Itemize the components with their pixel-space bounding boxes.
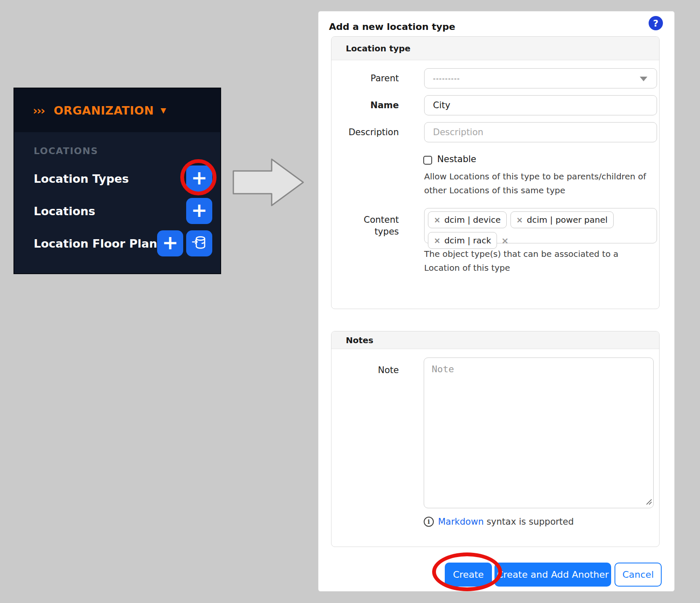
help-icon[interactable]: ? [649,16,663,30]
description-field[interactable] [424,122,657,142]
clear-selection-icon[interactable]: × [501,236,509,246]
tag-label: dcim | power panel [527,215,608,225]
flow-arrow-icon [232,157,305,210]
create-and-add-another-button[interactable]: Create and Add Another [494,563,611,587]
chevron-down-icon [640,77,647,81]
red-circle-annotation [432,552,502,591]
content-type-tag: × dcim | device [428,211,507,228]
content-type-tag: × dcim | power panel [510,211,614,228]
database-import-icon [192,235,207,252]
nestable-label: Nestable [437,154,476,164]
content-types-label: Content types [338,214,399,237]
remove-tag-icon[interactable]: × [434,236,441,245]
import-location-floor-plans-button[interactable] [186,230,212,256]
cancel-button[interactable]: Cancel [615,563,662,587]
note-label: Note [338,364,399,376]
sidebar-title: ORGANIZATION [53,104,154,117]
page-title: Add a new location type [329,21,455,32]
name-label: Name [338,99,399,111]
location-type-panel-title: Location type [331,37,659,60]
nestable-checkbox[interactable] [423,156,432,165]
location-type-panel: Location type Parent --------- Name Desc… [331,36,660,309]
plus-icon: + [191,200,208,220]
note-textarea[interactable] [424,358,654,508]
chevrons-icon: ››› [33,104,44,117]
content-type-tag: × dcim | rack [428,232,497,249]
parent-select[interactable]: --------- [424,68,657,88]
sidebar-item-location-floor-plans[interactable]: Location Floor Plans [34,237,164,250]
parent-select-value: --------- [433,74,460,83]
notes-panel: Notes Note i Markdown syntax is supporte… [331,331,660,547]
markdown-help-text: syntax is supported [486,517,574,527]
tag-label: dcim | device [444,215,501,225]
description-label: Description [338,126,399,138]
locations-section-label: LOCATIONS [34,146,98,156]
plus-icon: + [162,233,179,252]
tag-label: dcim | rack [444,235,491,245]
add-location-type-form: Add a new location type ? Location type … [318,11,675,592]
red-circle-annotation [180,159,216,195]
caret-down-icon: ▼ [160,106,166,115]
nestable-help-text: Allow Locations of this type to be paren… [424,170,657,197]
markdown-help-row: i Markdown syntax is supported [424,517,574,527]
remove-tag-icon[interactable]: × [516,215,523,224]
parent-label: Parent [338,72,399,84]
info-icon: i [424,517,434,527]
add-location-floor-plan-button[interactable]: + [157,230,183,256]
sidebar-item-location-types[interactable]: Location Types [34,172,129,185]
remove-tag-icon[interactable]: × [434,215,441,224]
name-field[interactable] [424,95,657,115]
markdown-link[interactable]: Markdown [438,517,484,527]
content-types-field[interactable]: × dcim | device × dcim | power panel × d… [424,208,657,243]
add-location-button[interactable]: + [186,198,212,224]
sidebar-header[interactable]: ››› ORGANIZATION ▼ [14,88,220,132]
notes-panel-title: Notes [331,331,659,349]
sidebar-item-locations[interactable]: Locations [34,205,95,218]
content-types-help-text: The object type(s) that can be associate… [424,247,645,275]
resize-handle-icon[interactable] [645,498,652,507]
